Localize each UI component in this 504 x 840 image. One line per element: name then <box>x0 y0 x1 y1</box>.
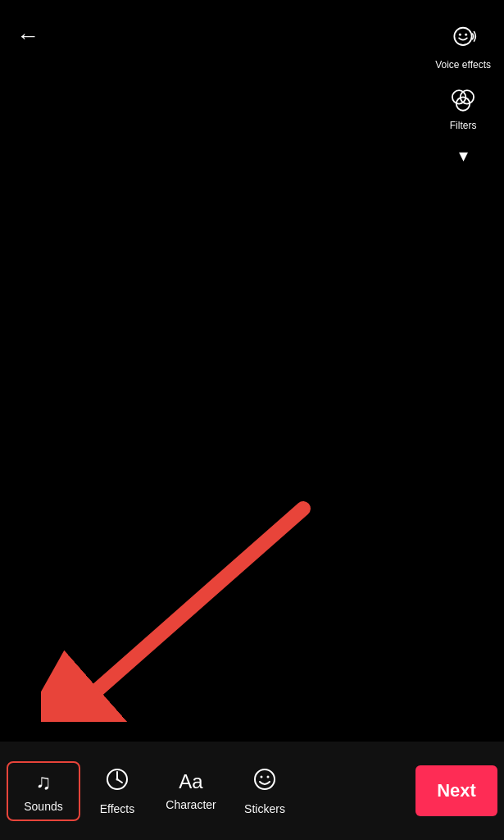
more-button[interactable]: ▾ <box>456 142 471 170</box>
voice-effects-label: Voice effects <box>435 59 491 71</box>
annotation-arrow <box>41 492 328 722</box>
character-icon: Aa <box>179 770 202 793</box>
next-button[interactable]: Next <box>415 765 497 816</box>
top-bar: ← Voice ef <box>0 0 504 170</box>
svg-point-13 <box>261 775 263 778</box>
sounds-tab[interactable]: ♫ Sounds <box>7 761 80 821</box>
svg-point-0 <box>454 28 471 45</box>
svg-point-14 <box>267 775 270 778</box>
svg-point-2 <box>465 34 467 36</box>
effects-label: Effects <box>100 802 135 815</box>
voice-effects-icon <box>445 20 481 56</box>
effects-tab[interactable]: Effects <box>80 760 154 822</box>
stickers-icon <box>252 767 277 797</box>
svg-point-1 <box>459 34 461 36</box>
sounds-icon: ♫ <box>35 769 52 795</box>
voice-effects-button[interactable]: Voice effects <box>435 20 491 71</box>
screen: ← Voice ef <box>0 0 504 840</box>
svg-point-12 <box>255 769 275 789</box>
filters-button[interactable]: Filters <box>445 80 481 131</box>
filters-label: Filters <box>450 120 477 131</box>
bottom-toolbar: ♫ Sounds Effects <box>0 742 504 840</box>
sounds-label: Sounds <box>24 800 62 813</box>
character-tab[interactable]: Aa Character <box>154 764 228 818</box>
svg-point-11 <box>116 778 119 780</box>
bottom-items: ♫ Sounds Effects <box>7 760 415 822</box>
character-label: Character <box>166 798 216 811</box>
stickers-tab[interactable]: Stickers <box>228 760 302 822</box>
effects-icon <box>105 767 129 797</box>
right-toolbar: Voice effects Filters ▾ <box>435 20 491 170</box>
filters-icon <box>445 80 481 116</box>
stickers-label: Stickers <box>244 802 285 815</box>
svg-line-7 <box>98 509 303 689</box>
back-button[interactable]: ← <box>13 20 43 52</box>
